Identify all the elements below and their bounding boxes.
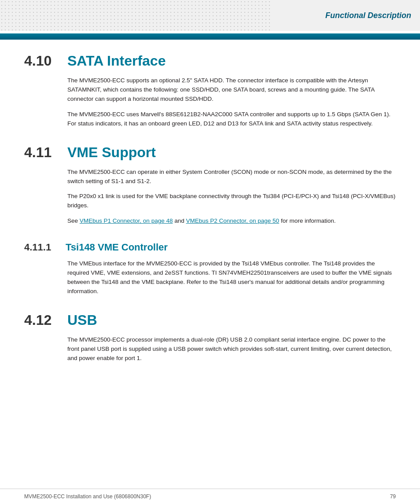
page-footer: MVME2500-ECC Installation and Use (68068… [0,489,420,504]
section-4-11-para-3: See VMEbus P1 Connector, on page 48 and … [67,217,396,226]
teal-accent-bar [0,33,420,40]
section-4-12-para-1: The MVME2500-ECC processor implements a … [67,335,396,363]
page-content: 4.10 SATA Interface The MVME2500-ECC sup… [0,40,420,405]
page-header: Functional Description [0,0,420,40]
section-4-11-1-heading: 4.11.1 Tsi148 VME Controller [24,242,396,253]
section-4-11-para-2: The P20x0 x1 link is used for the VME ba… [67,192,396,210]
section-4-10-para-2: The MVME2500-ECC uses Marvell's 88SE6121… [67,110,396,129]
section-4-11: 4.11 VME Support The MVME2500-ECC can op… [24,144,396,226]
section-4-11-1: 4.11.1 Tsi148 VME Controller The VMEbus … [24,242,396,296]
header-title-bar: Functional Description [270,0,420,31]
section-4-10-body: The MVME2500-ECC supports an optional 2.… [67,76,396,129]
section-4-11-1-para-1: The VMEbus interface for the MVME2500-EC… [67,259,396,296]
section-4-11-1-body: The VMEbus interface for the MVME2500-EC… [67,259,396,296]
vmebus-p2-link[interactable]: VMEbus P2 Connector, on page 50 [186,217,279,224]
section-4-10-para-1: The MVME2500-ECC supports an optional 2.… [67,76,396,104]
section-4-10-number: 4.10 [24,53,59,69]
section-4-11-number: 4.11 [24,144,59,161]
section-4-11-heading: 4.11 VME Support [24,144,396,161]
section-4-11-1-number: 4.11.1 [24,242,59,253]
section-4-12-title: USB [67,312,97,328]
section-4-10: 4.10 SATA Interface The MVME2500-ECC sup… [24,53,396,129]
section-4-10-heading: 4.10 SATA Interface [24,53,396,69]
section-4-11-body: The MVME2500-ECC can operate in either S… [67,168,396,226]
section-4-10-title: SATA Interface [67,53,166,69]
section-4-11-para-1: The MVME2500-ECC can operate in either S… [67,168,396,186]
section-4-12-heading: 4.12 USB [24,312,396,328]
section-4-11-title: VME Support [67,144,156,161]
section-4-11-1-title: Tsi148 VME Controller [66,242,168,253]
footer-document-info: MVME2500-ECC Installation and Use (68068… [24,493,151,500]
footer-page-number: 79 [390,493,396,500]
section-4-12-number: 4.12 [24,312,59,328]
page-section-title: Functional Description [325,11,411,20]
section-4-12-body: The MVME2500-ECC processor implements a … [67,335,396,363]
vmebus-p1-link[interactable]: VMEbus P1 Connector, on page 48 [80,217,173,224]
section-4-12: 4.12 USB The MVME2500-ECC processor impl… [24,312,396,363]
